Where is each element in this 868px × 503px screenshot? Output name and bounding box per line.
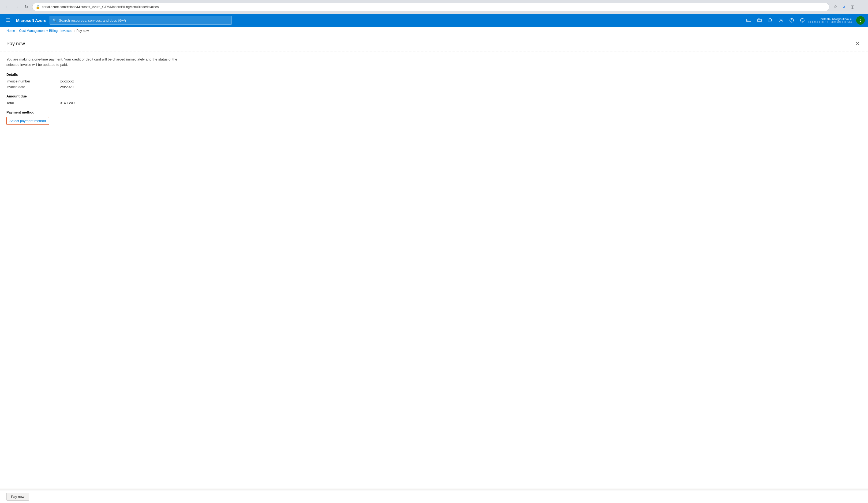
breadcrumb: Home › Cost Management + Billing - Invoi… bbox=[0, 27, 868, 35]
user-avatar[interactable]: J bbox=[856, 16, 865, 25]
invoice-number-label: Invoice number bbox=[7, 79, 60, 83]
user-email: billtest456tw@outlook.c... bbox=[820, 18, 854, 21]
svg-text:?: ? bbox=[791, 19, 793, 22]
invoice-number-value: xxxxxxxx bbox=[60, 79, 861, 83]
svg-text:>_: >_ bbox=[747, 20, 750, 22]
address-bar[interactable]: 🔒 portal.azure.com/#blade/Microsoft_Azur… bbox=[32, 3, 829, 11]
panel-body: You are making a one-time payment. Your … bbox=[0, 51, 868, 135]
amount-grid: Total 314 TWD bbox=[7, 101, 861, 105]
invoice-date-value: 2/8/2020 bbox=[60, 85, 861, 89]
help-icon[interactable]: ? bbox=[787, 15, 796, 25]
svg-point-7 bbox=[800, 19, 804, 22]
breadcrumb-current: Pay now bbox=[76, 29, 89, 33]
azure-search-bar[interactable]: 🔍 Search resources, services, and docs (… bbox=[50, 16, 232, 25]
browser-chrome: ← → ↻ 🔒 portal.azure.com/#blade/Microsof… bbox=[0, 0, 868, 14]
refresh-button[interactable]: ↻ bbox=[22, 3, 30, 11]
panel-title: Pay now bbox=[7, 41, 25, 46]
total-label: Total bbox=[7, 101, 60, 105]
settings-icon[interactable] bbox=[776, 15, 786, 25]
panel-header: Pay now ✕ bbox=[0, 35, 868, 51]
feedback-icon[interactable] bbox=[797, 15, 807, 25]
amount-section-title: Amount due bbox=[7, 94, 861, 98]
directory-icon[interactable] bbox=[755, 15, 764, 25]
browser-icons: ☆ J ◫ ⋮ bbox=[831, 3, 865, 11]
svg-rect-2 bbox=[758, 19, 761, 22]
extensions-icon[interactable]: ◫ bbox=[849, 3, 856, 11]
lock-icon: 🔒 bbox=[35, 5, 40, 9]
info-text: You are making a one-time payment. Your … bbox=[7, 57, 178, 67]
azure-nav-icons: >_ ? billtest456tw@outlook.c... DEFAULT … bbox=[744, 15, 865, 25]
cloud-shell-icon[interactable]: >_ bbox=[744, 15, 754, 25]
main-content: Pay now ✕ You are making a one-time paym… bbox=[0, 35, 868, 489]
azure-nav: ☰ Microsoft Azure 🔍 Search resources, se… bbox=[0, 14, 868, 27]
svg-point-4 bbox=[781, 20, 782, 21]
bookmark-icon[interactable]: ☆ bbox=[831, 3, 839, 11]
payment-section-title: Payment method bbox=[7, 110, 861, 114]
user-info: billtest456tw@outlook.c... DEFAULT DIREC… bbox=[808, 18, 854, 23]
browser-menu-icon[interactable]: ⋮ bbox=[857, 3, 865, 11]
profile-circle-browser[interactable]: J bbox=[840, 3, 848, 11]
total-value: 314 TWD bbox=[60, 101, 861, 105]
user-directory: DEFAULT DIRECTORY (BILLTEST4... bbox=[808, 21, 854, 23]
select-payment-method-button[interactable]: Select payment method bbox=[7, 117, 49, 125]
hamburger-button[interactable]: ☰ bbox=[3, 15, 13, 25]
breadcrumb-section[interactable]: Cost Management + Billing - Invoices bbox=[19, 29, 72, 33]
payment-section: Payment method Select payment method bbox=[7, 110, 861, 125]
breadcrumb-home[interactable]: Home bbox=[7, 29, 15, 33]
close-button[interactable]: ✕ bbox=[853, 39, 861, 48]
forward-button[interactable]: → bbox=[13, 3, 20, 11]
invoice-date-label: Invoice date bbox=[7, 85, 60, 89]
azure-brand: Microsoft Azure bbox=[16, 18, 46, 23]
url-text: portal.azure.com/#blade/Microsoft_Azure_… bbox=[42, 5, 158, 9]
svg-rect-3 bbox=[758, 19, 760, 19]
amount-section: Amount due Total 314 TWD bbox=[7, 94, 861, 105]
search-placeholder: Search resources, services, and docs (G+… bbox=[59, 19, 126, 22]
search-icon: 🔍 bbox=[52, 19, 57, 22]
breadcrumb-sep-1: › bbox=[17, 30, 18, 32]
details-grid: Invoice number xxxxxxxx Invoice date 2/8… bbox=[7, 79, 861, 89]
back-button[interactable]: ← bbox=[3, 3, 11, 11]
notifications-icon[interactable] bbox=[765, 15, 775, 25]
breadcrumb-sep-2: › bbox=[74, 30, 75, 32]
details-section-title: Details bbox=[7, 73, 861, 76]
